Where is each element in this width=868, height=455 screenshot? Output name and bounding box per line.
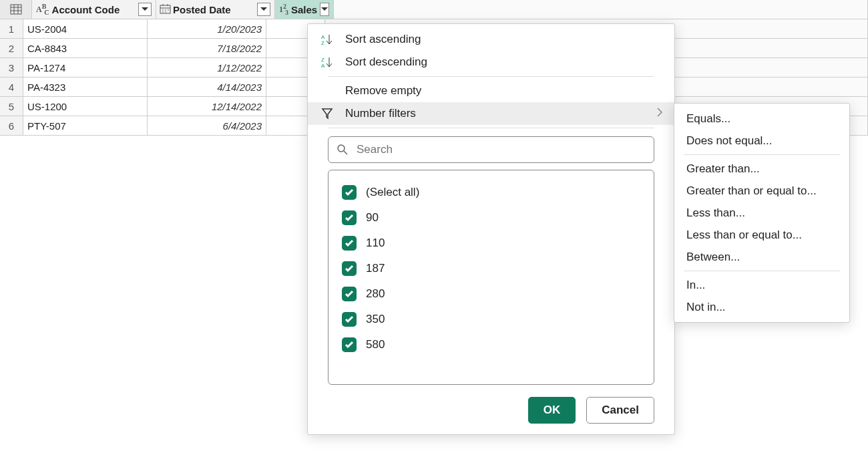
- filter-dropdown-icon[interactable]: [138, 3, 152, 16]
- row-number[interactable]: 4: [0, 78, 23, 96]
- row-number[interactable]: 1: [0, 19, 23, 38]
- cell-posted[interactable]: 1/20/2023: [148, 19, 266, 38]
- row-number[interactable]: 5: [0, 97, 23, 116]
- cell-account[interactable]: CA-8843: [23, 39, 148, 57]
- column-label: Sales: [291, 4, 317, 15]
- cell-posted[interactable]: 7/18/2022: [148, 39, 266, 57]
- filter-dropdown-icon[interactable]: [320, 3, 329, 16]
- chevron-right-icon: [657, 107, 662, 120]
- cell-account[interactable]: PA-4323: [23, 78, 148, 96]
- filter-icon: [320, 108, 335, 120]
- text-type-icon: ABC: [36, 3, 49, 15]
- filter-panel: AZ Sort ascending ZA Sort descending Rem…: [307, 23, 675, 136]
- filter-dropdown-icon[interactable]: [257, 3, 270, 16]
- row-number[interactable]: 3: [0, 58, 23, 77]
- sort-ascending[interactable]: AZ Sort ascending: [308, 28, 674, 51]
- cell-posted[interactable]: 1/12/2022: [148, 58, 266, 77]
- header-row: ABC Account Code Posted Date 123 Sales: [0, 0, 868, 19]
- table-icon: [11, 5, 21, 14]
- column-header-posted[interactable]: Posted Date: [156, 0, 275, 19]
- svg-text:Z: Z: [321, 57, 324, 63]
- table-corner-icon[interactable]: [0, 0, 32, 19]
- number-type-icon: 123: [279, 3, 288, 15]
- cell-account[interactable]: US-2004: [23, 19, 148, 38]
- cell-posted[interactable]: 12/14/2022: [148, 97, 266, 116]
- cell-posted[interactable]: 6/4/2023: [148, 116, 266, 135]
- menu-label: Sort descending: [345, 55, 427, 69]
- sort-desc-icon: ZA: [320, 56, 335, 68]
- column-header-account[interactable]: ABC Account Code: [32, 0, 156, 19]
- svg-point-12: [162, 11, 164, 13]
- date-type-icon: [160, 4, 170, 15]
- svg-text:Z: Z: [321, 40, 324, 46]
- sort-asc-icon: AZ: [320, 33, 335, 45]
- number-filters-submenu: Equals... Does not equal... Greater than…: [674, 103, 850, 136]
- row-number[interactable]: 6: [0, 116, 23, 135]
- cell-account[interactable]: US-1200: [23, 97, 148, 116]
- svg-point-9: [162, 9, 164, 11]
- remove-empty[interactable]: Remove empty: [308, 80, 674, 102]
- filter-not-equal[interactable]: Does not equal...: [674, 130, 849, 136]
- separator: [328, 128, 654, 128]
- cell-account[interactable]: PTY-507: [23, 116, 148, 135]
- svg-point-13: [165, 11, 166, 13]
- number-filters[interactable]: Number filters: [308, 102, 674, 125]
- svg-rect-0: [11, 5, 21, 14]
- menu-label: Sort ascending: [345, 33, 421, 46]
- svg-point-11: [168, 9, 169, 11]
- separator: [328, 76, 654, 77]
- empty-header: [334, 0, 868, 19]
- menu-label: Remove empty: [345, 84, 421, 98]
- sort-descending[interactable]: ZA Sort descending: [308, 51, 674, 73]
- menu-label: Number filters: [345, 107, 416, 120]
- cell-account[interactable]: PA-1274: [23, 58, 148, 77]
- svg-text:A: A: [321, 63, 325, 69]
- row-number[interactable]: 2: [0, 39, 23, 57]
- column-label: Posted Date: [173, 4, 231, 15]
- cell-posted[interactable]: 4/14/2023: [148, 78, 266, 96]
- filter-equals[interactable]: Equals...: [674, 108, 849, 130]
- column-header-sales[interactable]: 123 Sales: [275, 0, 334, 19]
- svg-text:A: A: [321, 34, 325, 40]
- column-label: Account Code: [52, 4, 120, 15]
- svg-point-10: [165, 9, 166, 11]
